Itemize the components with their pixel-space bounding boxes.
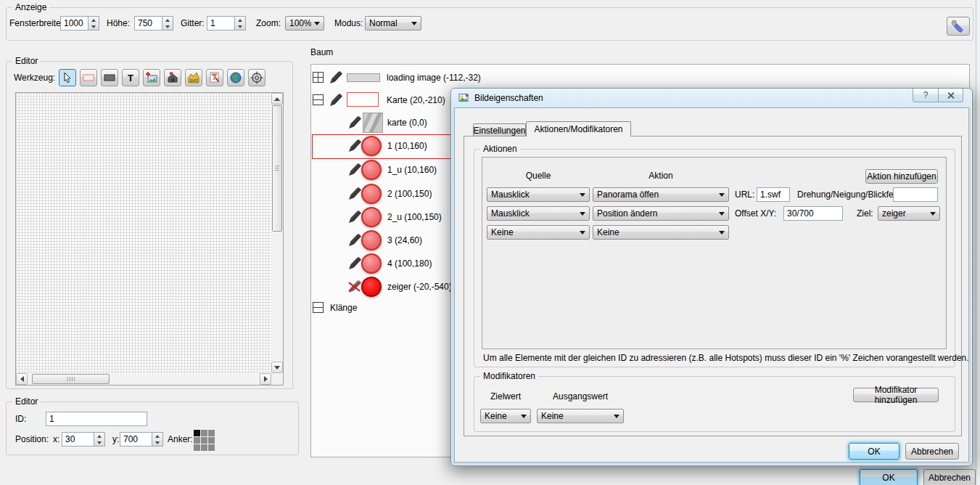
arrow-up-icon xyxy=(274,94,280,101)
horizontal-scroll-thumb[interactable] xyxy=(32,374,110,384)
spin-down-icon[interactable] xyxy=(88,23,99,30)
pen-icon xyxy=(349,187,361,200)
anchor-cell-top-right[interactable] xyxy=(208,430,215,436)
offset-input[interactable] xyxy=(783,206,843,221)
main-ok-button[interactable]: OK xyxy=(860,469,918,485)
anchor-cell-bottom-left[interactable] xyxy=(194,444,200,451)
aktion-combo-row2[interactable]: Position ändern xyxy=(593,206,729,221)
anchor-cell-bottom-right[interactable] xyxy=(208,444,215,451)
scroll-left-button[interactable] xyxy=(16,373,28,385)
modifikator-hinzufuegen-button[interactable]: Modifikator hinzufügen xyxy=(853,388,939,402)
quelle-combo-row3[interactable]: Keine xyxy=(487,225,590,240)
anchor-cell-top-center[interactable] xyxy=(201,430,207,436)
y-input[interactable] xyxy=(120,432,152,447)
modus-combo[interactable]: Normal xyxy=(365,16,421,30)
hoehe-label: Höhe: xyxy=(107,18,130,28)
expand-grid-icon[interactable] xyxy=(313,72,324,83)
spin-up-icon[interactable] xyxy=(162,17,173,23)
spin-down-icon[interactable] xyxy=(152,439,162,446)
aktionen-group-label: Aktionen xyxy=(480,144,520,154)
anchor-cell-bottom-center[interactable] xyxy=(201,444,207,451)
gitter-spinner[interactable] xyxy=(207,16,246,30)
quelle-combo-row1[interactable]: Mausklick xyxy=(487,187,590,202)
tab-einstellungen[interactable]: Einstellungen xyxy=(473,123,526,136)
editor-canvas[interactable] xyxy=(15,92,284,386)
image-tool[interactable] xyxy=(143,69,160,86)
expand-split-icon[interactable] xyxy=(313,302,324,313)
script-tool[interactable]: 7 xyxy=(206,69,223,86)
x-input[interactable] xyxy=(62,432,94,447)
dialog-ok-button[interactable]: OK xyxy=(849,443,899,460)
text-tool[interactable]: T xyxy=(122,69,139,86)
hoehe-input[interactable] xyxy=(134,16,162,30)
dialog-caption-buttons: ? xyxy=(913,89,963,102)
anchor-cell-top-left[interactable] xyxy=(194,430,200,436)
cursor-tool[interactable] xyxy=(59,69,76,86)
gitter-input[interactable] xyxy=(207,16,234,30)
anchor-grid[interactable] xyxy=(194,430,215,451)
vertical-scrollbar[interactable] xyxy=(271,93,283,373)
horizontal-scrollbar[interactable] xyxy=(16,373,271,385)
close-button[interactable] xyxy=(938,89,963,102)
x-spinner[interactable] xyxy=(62,432,105,447)
anchor-cell-middle-right[interactable] xyxy=(208,437,215,444)
main-cancel-label: Abbrechen xyxy=(928,473,971,483)
globe-tool[interactable] xyxy=(227,69,244,86)
spin-down-icon[interactable] xyxy=(162,23,173,30)
scroll-right-button[interactable] xyxy=(260,373,271,385)
anchor-cell-middle-center[interactable] xyxy=(201,437,207,444)
quelle-combo-row2[interactable]: Mausklick xyxy=(487,206,590,221)
main-cancel-button[interactable]: Abbrechen xyxy=(923,469,976,485)
expand-split-icon[interactable] xyxy=(313,94,324,105)
tree-item-label: 2_u (100,150) xyxy=(387,212,442,222)
ziel-combo[interactable]: zeiger xyxy=(878,206,940,221)
settings-wrench-button[interactable] xyxy=(947,17,970,36)
arrow-down-icon xyxy=(274,366,280,372)
url-input[interactable] xyxy=(757,187,790,202)
fensterbreite-input[interactable] xyxy=(60,16,88,30)
tree-item-loading-image[interactable]: loading image (-112,-32) xyxy=(311,70,969,86)
spin-up-icon[interactable] xyxy=(88,17,99,23)
spin-up-icon[interactable] xyxy=(152,433,162,439)
aktion-combo-row1[interactable]: Panorama öffen xyxy=(593,187,729,202)
target-tool[interactable] xyxy=(248,69,265,86)
rect-tool[interactable] xyxy=(101,69,118,86)
x-spin-buttons[interactable] xyxy=(94,432,105,447)
dialog-cancel-button[interactable]: Abbrechen xyxy=(905,443,959,460)
hotspot-rect-tool[interactable] xyxy=(80,69,97,86)
home-tool[interactable] xyxy=(164,69,181,86)
red-cross-icon xyxy=(346,280,361,293)
arrow-right-icon xyxy=(264,376,271,382)
zielwert-value: Keine xyxy=(485,411,518,421)
scroll-down-button[interactable] xyxy=(271,362,283,373)
canvas-grid[interactable] xyxy=(16,93,271,373)
anchor-cell-middle-left[interactable] xyxy=(194,437,200,444)
ausgangswert-combo[interactable]: Keine xyxy=(537,409,624,423)
svg-badge-text: SVG xyxy=(189,78,198,83)
aktion-combo-row3[interactable]: Keine xyxy=(593,225,729,240)
vertical-scroll-thumb[interactable] xyxy=(272,105,282,232)
zoom-combo[interactable]: 100% xyxy=(285,16,324,30)
hoehe-spinner[interactable] xyxy=(134,16,173,30)
y-spinner[interactable] xyxy=(120,432,163,447)
scroll-up-button[interactable] xyxy=(271,93,283,105)
spin-down-icon[interactable] xyxy=(94,439,104,446)
aktion-hinzufuegen-button[interactable]: Aktion hinzufügen xyxy=(865,169,938,184)
hotspot-circle-icon xyxy=(361,253,382,274)
spin-up-icon[interactable] xyxy=(235,17,245,23)
ziel-label: Ziel: xyxy=(857,208,873,219)
zielwert-combo[interactable]: Keine xyxy=(480,409,531,423)
fensterbreite-spin-buttons[interactable] xyxy=(88,16,99,30)
spin-up-icon[interactable] xyxy=(94,433,104,439)
y-spin-buttons[interactable] xyxy=(152,432,163,447)
gitter-spin-buttons[interactable] xyxy=(234,16,246,30)
drehung-input[interactable] xyxy=(893,187,938,202)
help-button[interactable]: ? xyxy=(913,89,938,102)
id-input[interactable] xyxy=(46,412,147,426)
hoehe-spin-buttons[interactable] xyxy=(162,16,173,30)
tab-aktionen-modifikatoren[interactable]: Aktionen/Modifikatoren xyxy=(526,121,631,136)
svg-tool[interactable]: SVG xyxy=(185,69,202,86)
spin-down-icon[interactable] xyxy=(235,23,245,30)
fensterbreite-spinner[interactable] xyxy=(60,16,99,30)
aktion-header: Aktion xyxy=(593,171,729,181)
